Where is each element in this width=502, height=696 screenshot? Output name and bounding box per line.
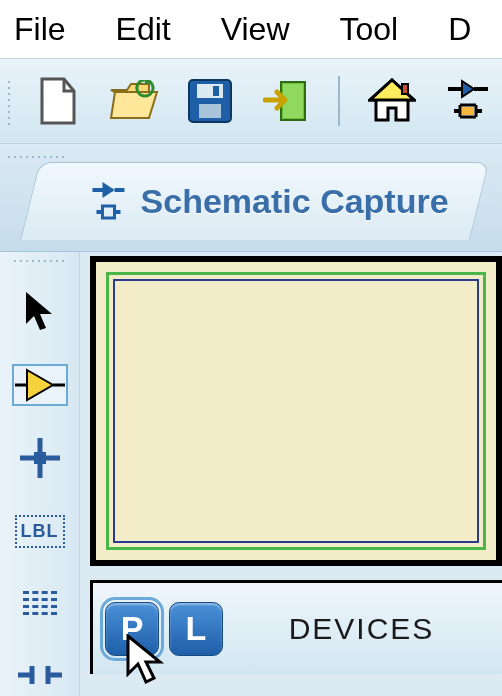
text-lines-icon xyxy=(23,591,57,615)
canvas-column: P L DEVICES xyxy=(80,252,502,696)
new-file-icon xyxy=(38,77,78,125)
svg-rect-3 xyxy=(213,86,219,96)
component-mode-icon xyxy=(15,368,65,402)
tab-label: Schematic Capture xyxy=(141,182,449,221)
open-folder-icon xyxy=(109,80,159,122)
selection-cursor-icon xyxy=(24,290,56,332)
home-icon xyxy=(368,78,416,124)
menu-tool[interactable]: Tool xyxy=(339,11,398,48)
junction-icon xyxy=(20,438,60,478)
open-button[interactable] xyxy=(106,73,162,129)
main-toolbar xyxy=(0,58,502,144)
import-icon xyxy=(263,78,309,124)
save-icon xyxy=(187,78,233,124)
schematic-canvas[interactable] xyxy=(106,272,486,550)
menu-view[interactable]: View xyxy=(221,11,290,48)
devices-panel: P L DEVICES xyxy=(90,580,502,674)
component-toolbar-button[interactable] xyxy=(440,73,496,129)
svg-rect-7 xyxy=(462,107,474,115)
junction-button[interactable] xyxy=(12,436,68,480)
import-button[interactable] xyxy=(258,73,314,129)
pick-device-button[interactable]: P xyxy=(105,602,159,656)
sidetool-grip xyxy=(12,258,66,266)
tab-strip: Schematic Capture xyxy=(0,144,502,252)
main-area: LBL P L DEVICES xyxy=(0,252,502,696)
devices-title: DEVICES xyxy=(233,612,490,646)
bus-button[interactable] xyxy=(12,654,68,696)
new-file-button[interactable] xyxy=(30,73,86,129)
svg-rect-2 xyxy=(199,104,221,118)
label-icon: LBL xyxy=(15,515,65,548)
canvas-outer xyxy=(96,262,496,560)
bus-icon xyxy=(18,658,62,692)
tab-schematic-capture[interactable]: Schematic Capture xyxy=(20,162,489,240)
toolbar-grip xyxy=(6,79,12,129)
side-toolbar: LBL xyxy=(0,252,80,696)
component-icon xyxy=(444,77,492,125)
menu-file[interactable]: File xyxy=(14,11,66,48)
component-mode-button[interactable] xyxy=(12,364,68,406)
library-button[interactable]: L xyxy=(169,602,223,656)
save-button[interactable] xyxy=(182,73,238,129)
svg-rect-6 xyxy=(402,84,408,94)
label-button[interactable]: LBL xyxy=(12,510,68,552)
canvas-frame xyxy=(90,256,502,566)
menu-bar: File Edit View Tool D xyxy=(0,0,502,58)
menu-edit[interactable]: Edit xyxy=(116,11,171,48)
menu-partial-d[interactable]: D xyxy=(448,11,471,48)
svg-rect-9 xyxy=(34,452,46,464)
selection-mode-button[interactable] xyxy=(12,288,68,334)
svg-rect-1 xyxy=(197,84,223,98)
home-button[interactable] xyxy=(364,73,420,129)
schematic-tab-icon xyxy=(91,180,127,224)
toolbar-separator xyxy=(338,76,340,126)
svg-rect-8 xyxy=(103,206,115,218)
text-script-button[interactable] xyxy=(12,582,68,624)
tabstrip-grip xyxy=(6,154,66,162)
